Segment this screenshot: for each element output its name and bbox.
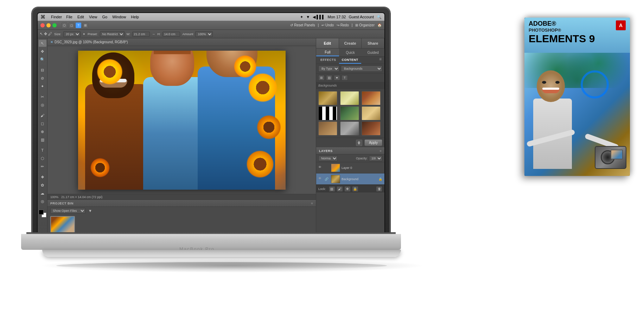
size-select[interactable]: 20 px bbox=[63, 31, 81, 37]
document-tab[interactable]: ✕ DSC_3929.jpg @ 100% (Background, RGB/8… bbox=[47, 38, 316, 46]
layer-0-visibility[interactable]: 👁 bbox=[318, 165, 323, 170]
tool-crop[interactable]: ✂ bbox=[39, 93, 46, 100]
filter-type-select[interactable]: By Type bbox=[318, 65, 339, 72]
blend-mode-select[interactable]: Normal bbox=[318, 156, 338, 161]
tool-fill[interactable]: ⊕ bbox=[39, 128, 46, 135]
ps-icon-btn-2[interactable]: ◻ bbox=[69, 23, 74, 28]
height-input[interactable] bbox=[162, 32, 180, 37]
guest-account[interactable]: Guest Account bbox=[349, 15, 374, 19]
ps-icon-btn-3[interactable]: ? bbox=[76, 23, 81, 28]
tool-magic[interactable]: ✦ bbox=[39, 83, 46, 90]
ps-menu-bar: ⬡ ◻ ? ⊞ ↺ Reset Panels | ↩ Undo ↪ Redo |… bbox=[38, 21, 384, 30]
go-menu[interactable]: Go bbox=[102, 15, 108, 19]
tool-zoom[interactable]: 🔍 bbox=[39, 56, 46, 63]
sort-icon[interactable]: ▼ bbox=[88, 209, 92, 213]
project-bin: PROJECT BIN ≡ Show Open Files ▼ bbox=[47, 200, 316, 235]
bg-thumb-8[interactable] bbox=[340, 121, 359, 135]
tab-effects[interactable]: EFFECTS bbox=[318, 57, 339, 64]
thumbnail-item-1[interactable] bbox=[50, 216, 75, 234]
maximize-button[interactable] bbox=[52, 23, 57, 27]
preset-select[interactable]: No Restrictio... bbox=[100, 31, 125, 37]
delete-background-button[interactable]: 🗑 bbox=[356, 140, 362, 146]
spotlight-icon[interactable]: 🔍 bbox=[377, 15, 382, 19]
panel-options-icon[interactable]: ≡ bbox=[378, 57, 383, 64]
minimize-button[interactable] bbox=[46, 23, 51, 27]
amount-select[interactable]: 100% bbox=[195, 31, 213, 37]
bg-thumb-6[interactable] bbox=[362, 106, 381, 120]
bg-thumb-4[interactable] bbox=[318, 106, 337, 120]
tab-create[interactable]: Create bbox=[339, 38, 362, 48]
tool-pen[interactable]: ✏ bbox=[39, 163, 46, 170]
color-swatches[interactable] bbox=[39, 210, 46, 217]
laptop-shadow bbox=[39, 259, 426, 273]
tool-dodge[interactable]: ◎ bbox=[39, 198, 46, 205]
tab-content[interactable]: CONTENT bbox=[339, 57, 361, 64]
icon-grid-2[interactable]: ▥ bbox=[326, 75, 332, 81]
icon-text-t[interactable]: T bbox=[342, 75, 348, 81]
tool-blur[interactable]: ☁ bbox=[39, 190, 46, 197]
view-menu[interactable]: View bbox=[89, 15, 97, 19]
icon-grid-1[interactable]: ⊞ bbox=[318, 75, 325, 81]
home-button[interactable]: 🏠 bbox=[377, 23, 382, 27]
help-menu[interactable]: Help bbox=[131, 15, 139, 19]
window-menu[interactable]: Window bbox=[112, 15, 126, 19]
apply-button[interactable]: Apply bbox=[364, 139, 382, 146]
bluetooth-icon: ✦ bbox=[300, 15, 303, 19]
subtab-quick[interactable]: Quick bbox=[339, 49, 362, 56]
subtab-guided[interactable]: Guided bbox=[362, 49, 384, 56]
show-files-select[interactable]: Show Open Files bbox=[50, 208, 85, 214]
tool-shape[interactable]: ⬡ bbox=[39, 155, 46, 162]
tool-stamp[interactable]: ❖ bbox=[39, 173, 46, 181]
lock-position-button[interactable]: ✥ bbox=[344, 186, 351, 192]
tool-lasso[interactable]: ⊘ bbox=[39, 75, 46, 82]
ps-icon-btn-4[interactable]: ⊞ bbox=[83, 23, 88, 28]
tool-icon-1[interactable]: ↖ bbox=[40, 32, 43, 36]
tool-icon-2[interactable]: ✥ bbox=[44, 32, 47, 36]
tool-text[interactable]: T bbox=[39, 147, 46, 154]
close-button[interactable] bbox=[40, 23, 45, 27]
file-menu[interactable]: File bbox=[66, 15, 72, 19]
tool-move[interactable]: ↖ bbox=[39, 40, 46, 47]
opacity-select[interactable]: 100% bbox=[369, 156, 382, 161]
delete-layer-button[interactable]: 🗑 bbox=[376, 186, 382, 192]
tool-brush[interactable]: 🖌 bbox=[39, 112, 46, 119]
lock-all-button[interactable]: 🔒 bbox=[352, 186, 358, 192]
tool-icon-3[interactable]: 🖊 bbox=[48, 32, 52, 36]
redo-button[interactable]: ↪ Redo bbox=[337, 23, 349, 27]
tool-gradient[interactable]: ▥ bbox=[39, 136, 46, 143]
width-input[interactable] bbox=[132, 32, 150, 37]
bg-thumb-5[interactable] bbox=[340, 106, 359, 120]
icon-heart[interactable]: ♥ bbox=[334, 75, 340, 81]
lock-image-button[interactable]: 🖌 bbox=[337, 186, 343, 192]
tool-select[interactable]: ⊟ bbox=[39, 67, 46, 74]
subtab-full[interactable]: Full bbox=[316, 49, 339, 56]
bg-thumb-9[interactable] bbox=[362, 121, 381, 135]
layers-panel-menu[interactable]: ≡ bbox=[380, 149, 382, 153]
reset-panels-button[interactable]: ↺ Reset Panels bbox=[290, 23, 315, 27]
undo-button[interactable]: ↩ Undo bbox=[321, 23, 334, 27]
ps-icon-row: ⊞ ▥ ♥ T bbox=[316, 74, 384, 82]
foreground-color[interactable] bbox=[39, 210, 44, 215]
layer-item-bg[interactable]: 👁 🔗 Background 🔒 bbox=[316, 173, 384, 185]
tool-redeye[interactable]: ◎ bbox=[39, 101, 46, 108]
doc-close-x[interactable]: ✕ bbox=[50, 40, 53, 44]
layer-bg-visibility[interactable]: 👁 bbox=[318, 177, 323, 182]
bg-thumb-7[interactable] bbox=[318, 121, 337, 135]
panel-menu-icon[interactable]: ≡ bbox=[311, 202, 313, 205]
tab-edit[interactable]: Edit bbox=[316, 38, 339, 48]
bg-thumb-3[interactable] bbox=[362, 91, 381, 105]
tool-eraser[interactable]: ◻ bbox=[39, 120, 46, 127]
tab-share[interactable]: Share bbox=[362, 38, 384, 48]
finder-menu-item[interactable]: Finder bbox=[51, 15, 62, 19]
tool-hand[interactable]: ✥ bbox=[39, 48, 46, 55]
bg-thumb-1[interactable] bbox=[318, 91, 337, 105]
layer-item-0[interactable]: 👁 Layer 0 bbox=[316, 162, 384, 173]
edit-menu[interactable]: Edit bbox=[77, 15, 84, 19]
tool-healing[interactable]: ✿ bbox=[39, 182, 46, 189]
bg-thumb-2[interactable] bbox=[340, 91, 359, 105]
apple-menu[interactable]: ⌘ bbox=[40, 14, 45, 20]
lock-transparent-button[interactable]: ▨ bbox=[329, 186, 335, 192]
filter-category-select[interactable]: Backgrounds bbox=[341, 65, 382, 72]
ps-icon-btn-1[interactable]: ⬡ bbox=[62, 23, 67, 28]
organizer-button[interactable]: ⊞ Organizer bbox=[355, 23, 375, 27]
